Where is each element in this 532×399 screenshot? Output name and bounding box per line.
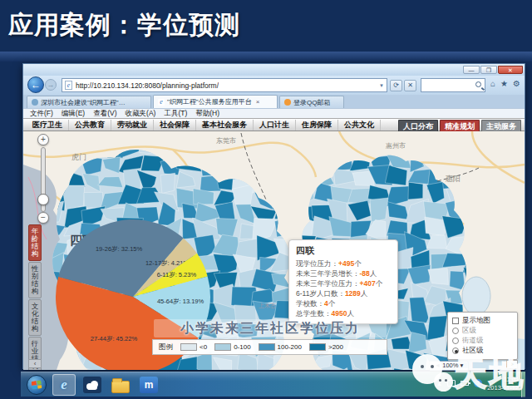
taskbar-explorer-button[interactable]	[109, 374, 132, 396]
legend-item: 100-200	[259, 343, 302, 351]
refresh-button[interactable]: ⟳	[390, 80, 402, 91]
watermark: 天地	[406, 349, 532, 397]
community-tooltip: 四联 现学位压力：+495个未来三年学员增长：-88人未来三年学位压力：+407…	[288, 239, 398, 324]
tooltip-row-label: 未来三年学员增长：	[296, 269, 360, 278]
census-tract[interactable]	[84, 192, 104, 208]
window-controls: — ❐ ✕	[463, 66, 523, 74]
ie-icon: e	[61, 377, 67, 393]
menu-item[interactable]: 帮助(H)	[195, 109, 219, 119]
nav-item[interactable]: 劳动就业	[111, 120, 154, 131]
qq-icon	[284, 99, 291, 106]
map-zoom-control: + −	[33, 134, 55, 227]
slide-title: 应用案例：学位预测	[8, 8, 240, 42]
close-button[interactable]: ✕	[498, 66, 523, 74]
url-dropdown-icon[interactable]: ▼	[379, 83, 384, 88]
nav-item[interactable]: 社会保障	[154, 120, 196, 131]
address-bar[interactable]: e http://10.210.134.120:8080/planning-pl…	[62, 78, 387, 92]
browser-tab-1[interactable]: e"织网工程"公共服务应用平台×	[153, 95, 278, 108]
census-tract[interactable]	[370, 198, 388, 222]
menu-item[interactable]: 查看(V)	[93, 109, 116, 119]
tooltip-row-value: +495	[338, 259, 354, 268]
tooltip-row-label: 总学生数：	[296, 309, 332, 318]
pie-slice-label: 27-44岁: 45.22%	[91, 335, 138, 342]
side-tab-strip: 年龄结构性别结构文化结构行业结构	[28, 224, 42, 370]
tooltip-row-value: 4950	[332, 309, 347, 318]
settings-gear-icon[interactable]: ⚙	[513, 79, 520, 88]
url-text: http://10.210.134.120:8080/planning-plat…	[76, 81, 219, 90]
radio-icon[interactable]	[452, 337, 459, 344]
taskbar-maxthon-button[interactable]: m	[137, 374, 160, 396]
side-tab-2[interactable]: 文化结构	[28, 299, 42, 336]
tab-close-icon[interactable]: ×	[256, 98, 260, 106]
zoom-knob[interactable]	[37, 194, 49, 205]
forward-button[interactable]: →	[45, 79, 57, 91]
browser-nav-row: ← → e http://10.210.134.120:8080/plannin…	[23, 76, 525, 95]
legend-item: >200	[309, 343, 343, 351]
nav-item[interactable]: 公共文化	[338, 120, 381, 131]
menu-item[interactable]: 收藏夹(A)	[126, 109, 156, 119]
legend-item: <0	[180, 343, 207, 351]
stop-button[interactable]: ✕	[404, 80, 416, 91]
search-input[interactable]	[421, 78, 485, 92]
tooltip-row: 学校数：4个	[296, 298, 391, 308]
layer-option[interactable]: 街道级	[452, 336, 513, 346]
window-titlebar[interactable]: — ❐ ✕	[23, 64, 525, 76]
browser-tab-0[interactable]: 深圳市社会建设"织网工程"…	[27, 96, 151, 108]
layer-option[interactable]: 区级	[452, 326, 513, 336]
map-label-huiyang: 惠阳	[445, 175, 461, 183]
map-label-shangmugu: 上木古	[259, 303, 276, 309]
search-icon[interactable]	[475, 81, 481, 87]
tooltip-rows: 现学位压力：+495个未来三年学员增长：-88人未来三年学位压力：+407个6-…	[296, 259, 391, 318]
menu-item[interactable]: 编辑(E)	[62, 109, 85, 119]
legend-swatch	[309, 343, 326, 351]
tooltip-row-value: 1289	[345, 289, 361, 298]
app-nav-bar: 医疗卫生公共教育劳动就业社会保障基本社会服务人口计生住房保障公共文化人口分布精准…	[23, 118, 525, 131]
folder-icon	[111, 381, 130, 393]
windows-logo-icon	[31, 380, 42, 390]
favorites-star-icon[interactable]: ★	[500, 79, 508, 88]
browser-menu-bar: 文件(F)编辑(E)查看(V)收藏夹(A)工具(T)帮助(H)	[23, 108, 525, 118]
legend-label: 0-100	[234, 343, 250, 351]
nav-item[interactable]: 基本社会服务	[196, 120, 254, 131]
zoom-out-button[interactable]: −	[37, 212, 49, 224]
back-button[interactable]: ←	[27, 76, 44, 93]
browser-tab-2[interactable]: 登录QQ邮箱	[279, 96, 344, 108]
show-map-label: 显示地图	[462, 316, 490, 326]
show-map-row[interactable]: 显示地图	[452, 316, 513, 326]
menu-item[interactable]: 文件(F)	[30, 109, 53, 119]
start-button[interactable]	[27, 375, 47, 395]
minimize-button[interactable]: —	[463, 66, 480, 74]
show-map-checkbox[interactable]	[452, 318, 459, 324]
cloud-icon	[83, 377, 101, 393]
tooltip-row-unit: 人	[370, 269, 377, 278]
radio-icon[interactable]	[452, 328, 459, 334]
ie-icon: e	[158, 99, 165, 106]
legend-label: <0	[200, 343, 207, 351]
nav-item[interactable]: 人口计生	[254, 120, 296, 131]
tooltip-row-unit: 个	[376, 279, 383, 288]
menu-item[interactable]: 工具(T)	[164, 109, 187, 119]
home-icon[interactable]: ⌂	[490, 79, 495, 88]
legend-swatch	[214, 343, 231, 351]
nav-item[interactable]: 医疗卫生	[27, 120, 69, 131]
side-tab-0[interactable]: 年龄结构	[28, 224, 42, 261]
legend-swatch	[259, 343, 275, 351]
side-collapse-button[interactable]: ‹	[28, 359, 42, 368]
census-tract[interactable]	[160, 173, 175, 193]
census-tract[interactable]	[408, 182, 423, 200]
zoom-in-button[interactable]: +	[37, 134, 49, 145]
maximize-button[interactable]: ❐	[480, 66, 497, 74]
map-legend: 图例 <00-100100-200>200	[152, 339, 387, 355]
nav-item[interactable]: 公共教育	[69, 120, 111, 131]
legend-label: 100-200	[278, 343, 302, 351]
tooltip-row: 未来三年学员增长：-88人	[296, 268, 391, 278]
nav-item[interactable]: 住房保障	[296, 120, 338, 131]
maxthon-icon: m	[140, 377, 158, 393]
side-tab-1[interactable]: 性别结构	[28, 262, 42, 298]
map-area[interactable]: 虎门 东莞市 惠州市 惠阳 上木古 四联 + − 年龄结构性别结构文化结构行业结…	[23, 131, 525, 370]
taskbar-weather-button[interactable]	[81, 374, 104, 396]
slide-divider-band	[0, 52, 532, 62]
pie-slice-label: 6-11岁: 5.23%	[157, 271, 197, 278]
legend-label: >200	[328, 343, 343, 351]
taskbar-ie-button[interactable]: e	[52, 374, 76, 396]
